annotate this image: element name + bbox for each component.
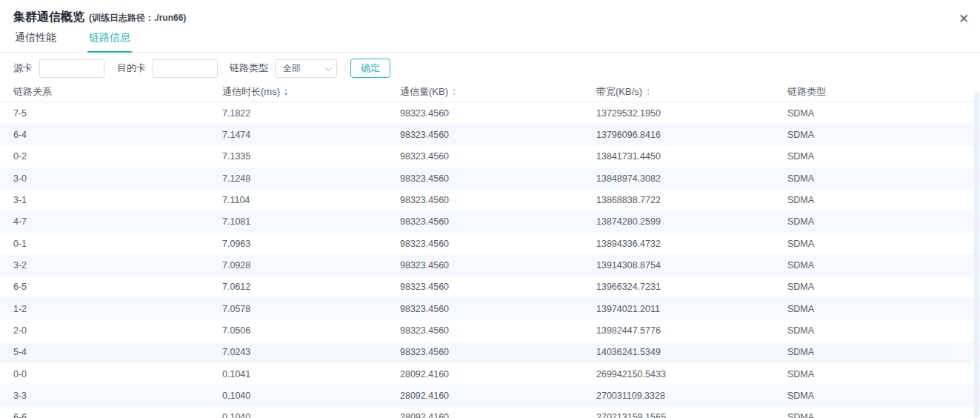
table-header-row: 链路关系通信时长(ms)▲▼通信量(KB)▲▼带宽(KB/s)▲▼链路类型 bbox=[0, 82, 980, 102]
table-cell: 6-6 bbox=[13, 412, 222, 418]
column-header-5: 链路类型 bbox=[787, 85, 980, 99]
sort-icon[interactable]: ▲▼ bbox=[284, 88, 288, 96]
sort-desc-caret: ▼ bbox=[284, 93, 288, 96]
table-cell: 28092.4160 bbox=[400, 391, 596, 401]
table-cell: SDMA bbox=[787, 282, 980, 292]
table-cell: 3-1 bbox=[13, 195, 222, 205]
table-cell: 7.1335 bbox=[222, 151, 400, 162]
table-cell: 13982447.5776 bbox=[596, 325, 787, 336]
cluster-communication-dialog: 集群通信概览(训练日志路径：./run66) ✕ 通信性能 链路信息 源卡 目的… bbox=[0, 0, 980, 418]
table-cell: 13841731.4450 bbox=[596, 151, 787, 162]
table-cell: 270213159.1565 bbox=[596, 412, 787, 418]
table-cell: 98323.4560 bbox=[400, 151, 596, 162]
table-row: 4-77.108198323.456013874280.2599SDMA bbox=[0, 211, 980, 233]
column-label: 通信量(KB) bbox=[400, 85, 448, 99]
link-type-select[interactable]: 全部 bbox=[275, 59, 337, 78]
table-cell: 3-0 bbox=[13, 173, 222, 184]
sort-icon[interactable]: ▲▼ bbox=[452, 88, 456, 96]
table-cell: 7.1248 bbox=[222, 173, 400, 184]
table-cell: 5-4 bbox=[13, 347, 222, 357]
filter-bar: 源卡 目的卡 链路类型 全部 确定 bbox=[0, 53, 980, 82]
table-cell: 13868838.7722 bbox=[596, 195, 787, 205]
column-header-1: 链路关系 bbox=[13, 85, 222, 99]
table-cell: SDMA bbox=[787, 239, 980, 249]
table-cell: SDMA bbox=[787, 304, 980, 314]
source-card-input[interactable] bbox=[39, 59, 104, 78]
tab-bar: 通信性能 链路信息 bbox=[0, 27, 980, 53]
table-row: 0-27.133598323.456013841731.4450SDMA bbox=[0, 146, 980, 167]
table-cell: SDMA bbox=[787, 369, 980, 379]
table-cell: 3-3 bbox=[13, 391, 222, 401]
table-body: 7-57.182298323.456013729532.1950SDMA6-47… bbox=[0, 102, 980, 418]
column-header-4[interactable]: 带宽(KB/s)▲▼ bbox=[596, 85, 787, 99]
table-cell: SDMA bbox=[787, 347, 980, 357]
table-cell: SDMA bbox=[787, 151, 980, 162]
table-cell: 98323.4560 bbox=[400, 282, 596, 292]
sort-desc-caret: ▼ bbox=[452, 93, 456, 96]
column-label: 链路关系 bbox=[13, 85, 52, 99]
table-cell: 98323.4560 bbox=[400, 130, 596, 140]
source-card-label: 源卡 bbox=[13, 62, 33, 75]
dest-card-label: 目的卡 bbox=[117, 62, 146, 75]
table-cell: 6-5 bbox=[13, 282, 222, 292]
table-cell: 28092.4160 bbox=[400, 412, 596, 418]
table-row: 3-27.092898323.456013914308.8754SDMA bbox=[0, 254, 980, 276]
link-info-table: 链路关系通信时长(ms)▲▼通信量(KB)▲▼带宽(KB/s)▲▼链路类型 7-… bbox=[0, 82, 980, 418]
tab-link-info[interactable]: 链路信息 bbox=[87, 27, 132, 53]
table-row: 6-57.061298323.456013966324.7231SDMA bbox=[0, 276, 980, 298]
table-cell: 13848974.3082 bbox=[596, 173, 787, 184]
table-cell: 98323.4560 bbox=[400, 304, 596, 314]
dest-card-input[interactable] bbox=[153, 59, 218, 78]
table-cell: 1-2 bbox=[13, 304, 222, 314]
table-cell: 7.0963 bbox=[222, 239, 400, 249]
table-row: 0-17.096398323.456013894336.4732SDMA bbox=[0, 233, 980, 254]
table-cell: 7.0612 bbox=[222, 282, 400, 292]
table-row: 7-57.182298323.456013729532.1950SDMA bbox=[0, 102, 980, 124]
table-row: 6-60.104028092.4160270213159.1565SDMA bbox=[0, 407, 980, 418]
column-header-2[interactable]: 通信时长(ms)▲▼ bbox=[222, 85, 400, 99]
table-cell: 13796096.8416 bbox=[596, 130, 787, 140]
table-row: 6-47.147498323.456013796096.8416SDMA bbox=[0, 124, 980, 145]
table-row: 3-17.110498323.456013868838.7722SDMA bbox=[0, 189, 980, 210]
table-cell: 0.1040 bbox=[222, 391, 400, 401]
column-label: 带宽(KB/s) bbox=[596, 85, 642, 99]
dialog-header: 集群通信概览(训练日志路径：./run66) bbox=[0, 0, 980, 25]
table-cell: 0-1 bbox=[13, 239, 222, 249]
column-label: 链路类型 bbox=[787, 85, 826, 99]
table-cell: 7.1822 bbox=[222, 108, 400, 119]
table-cell: 13914308.8754 bbox=[596, 260, 787, 271]
link-type-selected-value: 全部 bbox=[283, 62, 301, 75]
table-cell: 28092.4160 bbox=[400, 369, 596, 379]
table-scrollbar[interactable] bbox=[974, 92, 979, 418]
table-row: 2-07.050698323.456013982447.5776SDMA bbox=[0, 319, 980, 341]
table-row: 3-07.124898323.456013848974.3082SDMA bbox=[0, 167, 980, 189]
page-title: 集群通信概览 bbox=[13, 10, 84, 23]
table-cell: 13874280.2599 bbox=[596, 216, 787, 227]
table-cell: SDMA bbox=[787, 216, 980, 227]
sort-desc-caret: ▼ bbox=[646, 93, 650, 96]
table-cell: SDMA bbox=[787, 325, 980, 336]
table-cell: 13894336.4732 bbox=[596, 239, 787, 249]
table-cell: 13966324.7231 bbox=[596, 282, 787, 292]
tab-communication-performance[interactable]: 通信性能 bbox=[13, 27, 58, 52]
table-cell: 98323.4560 bbox=[400, 325, 596, 336]
table-cell: 13974021.2011 bbox=[596, 304, 787, 314]
table-cell: 98323.4560 bbox=[400, 195, 596, 205]
close-icon[interactable]: ✕ bbox=[956, 12, 971, 27]
table-cell: SDMA bbox=[787, 173, 980, 184]
table-cell: 98323.4560 bbox=[400, 239, 596, 249]
table-cell: 6-4 bbox=[13, 130, 222, 140]
table-cell: 7.0506 bbox=[222, 325, 400, 336]
page-subtitle: (训练日志路径：./run66) bbox=[89, 13, 186, 23]
table-cell: 3-2 bbox=[13, 260, 222, 271]
table-cell: SDMA bbox=[787, 391, 980, 401]
confirm-button[interactable]: 确定 bbox=[350, 59, 390, 78]
source-card-filter: 源卡 bbox=[13, 59, 104, 78]
link-type-filter: 链路类型 全部 bbox=[230, 59, 337, 78]
table-cell: 2-0 bbox=[13, 325, 222, 336]
table-row: 3-30.104028092.4160270031109.3328SDMA bbox=[0, 385, 980, 406]
sort-icon[interactable]: ▲▼ bbox=[646, 88, 650, 96]
table-cell: SDMA bbox=[787, 195, 980, 205]
table-cell: SDMA bbox=[787, 260, 980, 271]
column-header-3[interactable]: 通信量(KB)▲▼ bbox=[400, 85, 596, 99]
